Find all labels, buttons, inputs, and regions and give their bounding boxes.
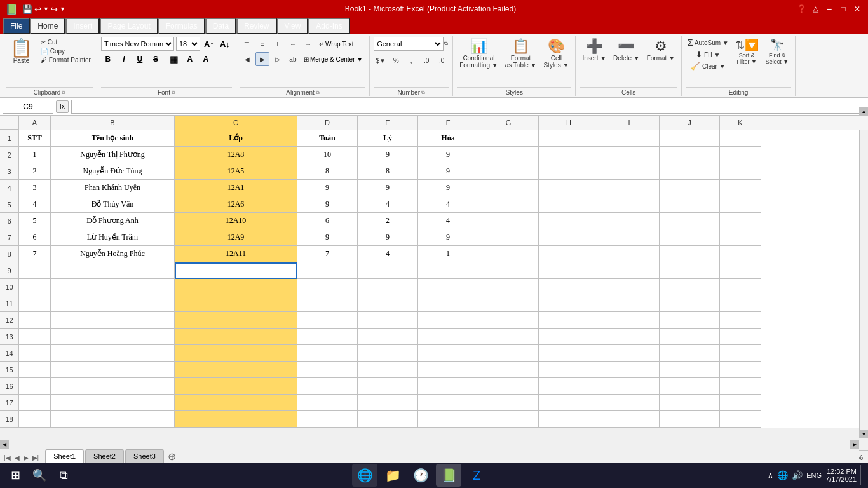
col-header-i[interactable]: I — [599, 116, 660, 130]
number-format-select[interactable]: General Text Number Currency Accounting … — [374, 37, 444, 51]
bold-button[interactable]: B — [101, 52, 115, 66]
cell-b7[interactable]: Lừ Huyền Trâm — [51, 229, 175, 246]
cell-k17[interactable] — [720, 395, 761, 411]
minimize-button[interactable]: − — [824, 3, 835, 15]
italic-button[interactable]: I — [117, 52, 131, 66]
wrap-text-button[interactable]: ↵ Wrap Text — [316, 37, 356, 51]
row-header-6[interactable]: 6 — [0, 213, 19, 229]
find-select-button[interactable]: 🔭 Find &Select ▼ — [763, 37, 791, 66]
cell-k12[interactable] — [720, 312, 761, 329]
cell-g3[interactable] — [478, 163, 539, 180]
tab-first-button[interactable]: |◀ — [3, 453, 12, 463]
cell-f2[interactable]: 9 — [418, 147, 478, 163]
align-right-button[interactable]: ▷ — [271, 52, 285, 66]
cell-e2[interactable]: 9 — [358, 147, 418, 163]
files-taskbar-icon[interactable]: 📁 — [380, 464, 405, 487]
taskbar-clock[interactable]: 12:32 PM 7/17/2021 — [825, 468, 857, 483]
tab-insert[interactable]: Insert — [65, 18, 100, 34]
cell-f11[interactable] — [418, 295, 478, 312]
cell-i3[interactable] — [599, 163, 660, 180]
cell-d17[interactable] — [297, 395, 358, 411]
row-header-2[interactable]: 2 — [0, 147, 19, 163]
align-top-button[interactable]: ⊤ — [240, 37, 254, 51]
cell-e8[interactable]: 4 — [358, 246, 418, 262]
cell-j10[interactable] — [660, 279, 720, 295]
cell-c1[interactable]: Lớp — [175, 130, 297, 147]
cell-a17[interactable] — [19, 395, 51, 411]
cell-c9[interactable] — [175, 262, 297, 279]
cell-h1[interactable] — [539, 130, 599, 147]
row-header-17[interactable]: 17 — [0, 395, 19, 411]
cell-j5[interactable] — [660, 196, 720, 213]
cell-c3[interactable]: 12A5 — [175, 163, 297, 180]
paste-button[interactable]: 📋 Paste — [6, 37, 36, 67]
cell-i1[interactable] — [599, 130, 660, 147]
cell-a9[interactable] — [19, 262, 51, 279]
cell-reference-input[interactable] — [3, 100, 53, 114]
cell-i14[interactable] — [599, 345, 660, 362]
edge-taskbar-icon[interactable]: 🌐 — [352, 464, 377, 487]
cell-e13[interactable] — [358, 329, 418, 345]
increase-indent-button[interactable]: → — [301, 37, 315, 51]
format-table-button[interactable]: 📋 Formatas Table ▼ — [503, 37, 539, 70]
col-header-a[interactable]: A — [19, 116, 51, 130]
sheet-tab-sheet3[interactable]: Sheet3 — [125, 449, 164, 463]
cell-b5[interactable]: Đỗ Thúy Vân — [51, 196, 175, 213]
cell-d4[interactable]: 9 — [297, 180, 358, 196]
merge-center-button[interactable]: ⊞ Merge & Center ▼ — [301, 52, 365, 66]
tab-next-button[interactable]: ▶ — [22, 453, 30, 463]
cell-c12[interactable] — [175, 312, 297, 329]
cell-c13[interactable] — [175, 329, 297, 345]
underline-button[interactable]: U — [133, 52, 147, 66]
cell-j9[interactable] — [660, 262, 720, 279]
cell-d8[interactable]: 7 — [297, 246, 358, 262]
col-header-g[interactable]: G — [478, 116, 539, 130]
cell-f7[interactable]: 9 — [418, 229, 478, 246]
cell-k3[interactable] — [720, 163, 761, 180]
cell-h8[interactable] — [539, 246, 599, 262]
cell-a5[interactable]: 4 — [19, 196, 51, 213]
font-size-select[interactable]: 18 — [176, 37, 200, 51]
cell-j3[interactable] — [660, 163, 720, 180]
task-view-button[interactable]: ⧉ — [53, 465, 74, 485]
cell-c14[interactable] — [175, 345, 297, 362]
row-header-15[interactable]: 15 — [0, 362, 19, 378]
cell-a7[interactable]: 6 — [19, 229, 51, 246]
cell-g13[interactable] — [478, 329, 539, 345]
clear-button[interactable]: 🧹 Clear ▼ — [686, 61, 731, 71]
cell-b10[interactable] — [51, 279, 175, 295]
row-header-18[interactable]: 18 — [0, 411, 19, 428]
cell-a3[interactable]: 2 — [19, 163, 51, 180]
format-painter-button[interactable]: 🖌 Format Painter — [39, 56, 93, 64]
cell-i4[interactable] — [599, 180, 660, 196]
cell-e6[interactable]: 2 — [358, 213, 418, 229]
col-header-b[interactable]: B — [51, 116, 175, 130]
sheet-navigation-controls[interactable]: |◀ ◀ ▶ ▶| — [3, 453, 40, 463]
cell-k16[interactable] — [720, 378, 761, 395]
cell-k14[interactable] — [720, 345, 761, 362]
cell-i10[interactable] — [599, 279, 660, 295]
delete-button[interactable]: ➖ Delete ▼ — [611, 37, 642, 63]
cell-f18[interactable] — [418, 411, 478, 428]
insert-button[interactable]: ➕ Insert ▼ — [580, 37, 609, 63]
tab-home[interactable]: Home — [30, 18, 65, 34]
clipboard-expand-icon[interactable]: ⧉ — [62, 90, 65, 96]
cell-b17[interactable] — [51, 395, 175, 411]
cell-j1[interactable] — [660, 130, 720, 147]
cell-k15[interactable] — [720, 362, 761, 378]
start-button[interactable]: ⊞ — [5, 465, 25, 485]
cell-g5[interactable] — [478, 196, 539, 213]
cell-a18[interactable] — [19, 411, 51, 428]
show-hidden-icons[interactable]: ∧ — [768, 471, 773, 480]
undo-dropdown-icon[interactable]: ▼ — [43, 6, 49, 12]
autosum-button[interactable]: Σ AutoSum ▼ — [686, 37, 731, 48]
align-middle-button[interactable]: ≡ — [255, 37, 269, 51]
cell-e18[interactable] — [358, 411, 418, 428]
number-format-expand-icon[interactable]: ⧉ — [444, 41, 448, 47]
col-header-d[interactable]: D — [297, 116, 358, 130]
cell-h10[interactable] — [539, 279, 599, 295]
row-header-8[interactable]: 8 — [0, 246, 19, 262]
cut-button[interactable]: ✂ Cut — [39, 38, 93, 46]
currency-button[interactable]: $▼ — [374, 53, 388, 67]
cell-i9[interactable] — [599, 262, 660, 279]
